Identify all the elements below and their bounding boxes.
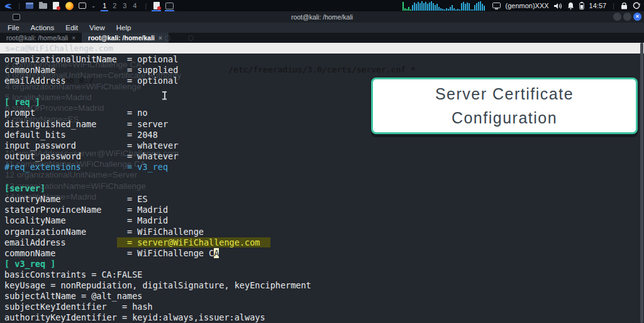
- window-title: root@kali: /home/kali: [0, 13, 644, 21]
- top-panel: | ⌄ 1234 | (genmon)XXX 14:57 |: [0, 0, 644, 11]
- line-text: basicConstraints = CA:FALSE: [4, 269, 142, 280]
- line-text: prompt = no: [4, 108, 148, 118]
- editor-line: organizationalUnitName = optional: [4, 54, 644, 65]
- line-text: default_bits = 2048: [4, 130, 158, 140]
- line-text: localityName = Madrid: [4, 215, 168, 225]
- editor-line: emailAddress = server@WiFiChallenge.com: [4, 237, 644, 248]
- editor-line: [ v3_req ]: [4, 259, 644, 269]
- editor-line: commonName = WiFiChallenge CA: [4, 248, 644, 259]
- line-text: countryName = ES: [4, 194, 148, 204]
- line-text: keyUsage = nonRepudiation, digitalSignat…: [4, 280, 311, 290]
- battery-icon[interactable]: [579, 2, 584, 9]
- editor-line: countryName = ES: [4, 194, 644, 205]
- workspace-button-3[interactable]: 3: [119, 2, 130, 9]
- editor-line: commonName = supplied: [4, 65, 644, 76]
- tab-bar: root@kali: /home/kali×root@kali: /home/k…: [0, 33, 644, 43]
- line-text: organizationName = WiFiChallenge: [4, 227, 204, 237]
- panel-separator: |: [17, 2, 21, 9]
- text-editor-icon[interactable]: [52, 1, 61, 10]
- annotation-line2: Configuration: [452, 106, 557, 130]
- editor-line: keyUsage = nonRepudiation, digitalSignat…: [4, 280, 644, 291]
- line-text: emailAddress = optional: [4, 76, 178, 86]
- mouse-ibeam-cursor: [162, 91, 167, 100]
- terminal-scrollbar[interactable]: [640, 43, 643, 323]
- editor-line: authorityKeyIdentifier = keyid:always,is…: [4, 312, 644, 323]
- editor-line: [4, 173, 644, 183]
- line-text: emailAddress: [4, 237, 117, 247]
- workspace-button-2[interactable]: 2: [109, 2, 119, 9]
- text-cursor: A: [214, 248, 219, 258]
- window-launcher-icon[interactable]: [25, 1, 35, 10]
- editor-line: organizationName = WiFiChallenge: [4, 227, 644, 237]
- menu-item-edit[interactable]: Edit: [65, 24, 78, 31]
- workspace-button-4[interactable]: 4: [130, 2, 140, 9]
- audio-visualizer-widget: [402, 1, 485, 11]
- tab-label: root@kali: /home/kali: [6, 34, 68, 42]
- ghost-toolbar-icons: [142, 35, 194, 41]
- open-editor-window-icon[interactable]: [152, 1, 161, 10]
- chevron-down-icon[interactable]: ⌄: [91, 3, 96, 9]
- annotation-card: Server Certificate Configuration: [371, 77, 638, 134]
- line-text: [ req ]: [4, 97, 40, 107]
- maximize-button[interactable]: [623, 13, 631, 21]
- display-icon[interactable]: [492, 3, 501, 9]
- line-text: authorityKeyIdentifier = keyid:always,is…: [4, 312, 265, 322]
- annotation-line1: Server Certificate: [435, 82, 574, 106]
- panel-separator: |: [611, 2, 616, 9]
- power-icon[interactable]: [633, 2, 640, 9]
- line-text: commonName = WiFiChallenge C: [4, 248, 214, 258]
- workspace-button-1[interactable]: 1: [99, 2, 109, 9]
- line-text: input_password = whatever: [4, 140, 178, 150]
- editor-line: [server]: [4, 183, 644, 194]
- speaker-icon[interactable]: [554, 3, 562, 9]
- screenshot-tool-icon[interactable]: [78, 1, 87, 10]
- menu-item-view[interactable]: View: [89, 24, 105, 31]
- desktop: | ⌄ 1234 | (genmon)XXX 14:57 | root@kali…: [0, 0, 644, 323]
- editor-line: basicConstraints = CA:FALSE: [4, 269, 644, 280]
- genmon-label[interactable]: (genmon)XXX: [506, 2, 549, 9]
- firefox-icon[interactable]: [65, 1, 74, 10]
- line-text: distinguished_name = server: [4, 119, 168, 129]
- lock-icon[interactable]: [621, 2, 628, 9]
- editor-line: input_password = whatever: [4, 140, 644, 151]
- editor-line: stateOrProvinceName = Madrid: [4, 205, 644, 215]
- editor-line: #req_extensions = v3_req: [4, 162, 644, 173]
- line-text: stateOrProvinceName = Madrid: [4, 205, 168, 215]
- line-text: subjectKeyIdentifier = hash: [4, 302, 153, 312]
- line-text: commonName = supplied: [4, 65, 178, 75]
- tab-close-icon[interactable]: ×: [72, 35, 75, 42]
- line-text: subjectAltName = @alt_names: [4, 291, 142, 301]
- close-button[interactable]: ×: [633, 13, 641, 21]
- bell-icon[interactable]: [567, 2, 574, 9]
- workspace-switcher: 1234: [99, 2, 140, 9]
- line-text: #req_extensions = v3_req: [4, 162, 168, 172]
- line-text: [server]: [4, 183, 45, 193]
- file-manager-icon[interactable]: [38, 1, 48, 10]
- highlighted-text: = server@WiFiChallenge.com: [117, 237, 270, 247]
- menu-item-file[interactable]: File: [8, 24, 19, 31]
- open-terminal-window-icon[interactable]: [165, 1, 174, 10]
- clock[interactable]: 14:57: [589, 2, 607, 9]
- terminal-titlebar[interactable]: root@kali: /home/kali ×: [0, 11, 644, 23]
- menu-bar: FileActionsEditViewHelp: [0, 23, 644, 33]
- line-text: output_password = whatever: [4, 151, 178, 161]
- nano-header: s=ca@WiFiChallenge.com /etc/freeradius/3…: [0, 43, 644, 54]
- terminal-tab-1[interactable]: root@kali: /home/kali×: [0, 33, 82, 43]
- editor-line: subjectAltName = @alt_names: [4, 291, 644, 302]
- minimize-button[interactable]: [613, 13, 621, 21]
- kali-logo-icon[interactable]: [4, 1, 13, 10]
- line-text: organizationalUnitName = optional: [4, 54, 178, 64]
- editor-line: output_password = whatever: [4, 151, 644, 162]
- menu-item-help[interactable]: Help: [116, 24, 131, 31]
- line-text: [ v3_req ]: [4, 259, 55, 269]
- ghost-text: s=ca@WiFiChallenge.com: [5, 43, 113, 54]
- panel-separator: |: [143, 2, 148, 9]
- menu-item-actions[interactable]: Actions: [31, 24, 55, 31]
- editor-line: localityName = Madrid: [4, 215, 644, 226]
- editor-line: subjectKeyIdentifier = hash: [4, 302, 644, 312]
